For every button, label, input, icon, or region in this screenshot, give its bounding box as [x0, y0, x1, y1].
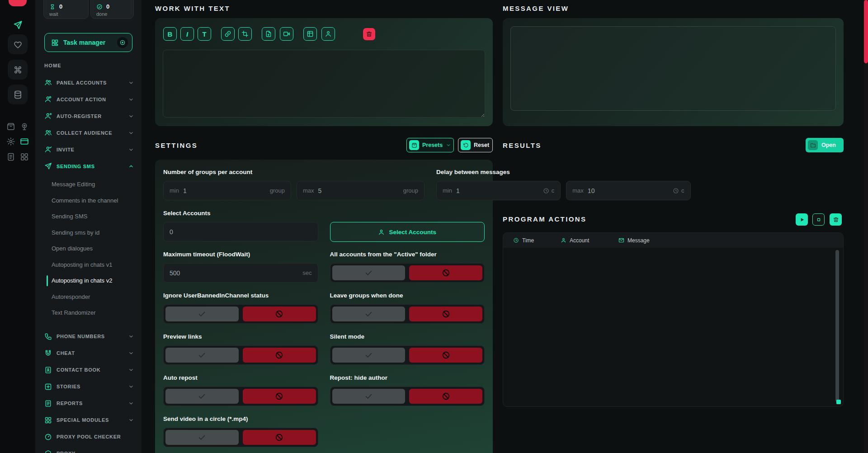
clear-text-button[interactable] — [363, 28, 375, 40]
select-accounts-button[interactable]: Select Accounts — [330, 222, 485, 242]
seconds-suffix: c — [681, 187, 684, 194]
toggle-allow-segment[interactable] — [332, 348, 406, 363]
open-results-button[interactable]: Open — [806, 138, 844, 152]
chevron-down-icon — [128, 383, 134, 390]
start-button[interactable] — [796, 213, 808, 226]
users-icon — [44, 79, 52, 86]
submenu-item-comments-in-channel[interactable]: Comments in the channel — [35, 193, 142, 209]
mention-user-button[interactable] — [321, 27, 335, 41]
italic-button[interactable]: I — [180, 27, 194, 41]
seconds-suffix: c — [552, 187, 555, 194]
toggle-allow-segment[interactable] — [332, 307, 406, 321]
sidebar-item-special-modules[interactable]: SPECIAL MODULES — [35, 412, 142, 429]
task-manager-label: Task manager — [63, 39, 113, 46]
toggle-allow-segment[interactable] — [332, 389, 406, 404]
target-icon — [117, 37, 128, 48]
submenu-item-sending-sms-by-id[interactable]: Sending sms by id — [35, 225, 142, 241]
collection-icon[interactable] — [20, 152, 29, 161]
archive-icon[interactable] — [6, 122, 15, 131]
timeout-input[interactable] — [170, 269, 298, 277]
delay-min-input[interactable] — [456, 187, 539, 194]
sidebar: 0 wait 0 done Task manager HOME PANEL AC… — [35, 0, 142, 453]
submenu-item-autoposting-v1[interactable]: Autoposting in chats v1 — [35, 257, 142, 273]
toggle-block-segment[interactable] — [243, 389, 316, 404]
trash-icon — [366, 31, 373, 38]
database-rail-button[interactable] — [8, 85, 28, 104]
link-button[interactable] — [221, 27, 235, 41]
attach-file-button[interactable] — [262, 27, 275, 41]
favorites-rail-button[interactable] — [8, 34, 28, 54]
crop-button[interactable] — [238, 27, 252, 41]
sidebar-item-invite[interactable]: INVITE — [35, 141, 142, 158]
submenu-item-autoposting-v2[interactable]: Autoposting in chats v2 — [35, 273, 142, 289]
sidebar-item-proxy[interactable]: PROXY — [35, 445, 142, 453]
italic-label: I — [186, 30, 188, 38]
work-with-text-title: WORK WITH TEXT — [155, 5, 230, 12]
task-manager-button[interactable]: Task manager — [44, 33, 132, 52]
clear-log-button[interactable] — [830, 213, 842, 226]
notes-icon[interactable] — [6, 152, 15, 161]
bold-button[interactable]: B — [163, 27, 177, 41]
sidebar-item-panel-accounts[interactable]: PANEL ACCOUNTS — [35, 74, 142, 91]
sidebar-item-contact-book[interactable]: CONTACT BOOK — [35, 362, 142, 378]
page-scrollbar-thumb[interactable] — [864, 0, 868, 63]
toggle-block-segment[interactable] — [243, 307, 316, 321]
accounts-count-field — [163, 222, 318, 241]
sidebar-item-account-action[interactable]: ACCOUNT ACTION — [35, 91, 142, 108]
submenu-item-sending-sms[interactable]: Sending SMS — [35, 208, 142, 225]
toggle-block-segment[interactable] — [243, 430, 316, 445]
toggle-block-segment[interactable] — [409, 348, 482, 363]
sidebar-item-sending-sms[interactable]: SENDING SMS — [35, 158, 142, 175]
message-text-area[interactable] — [163, 50, 485, 118]
commands-rail-button[interactable] — [8, 60, 28, 80]
sidebar-item-proxy-pool-checker[interactable]: PROXY POOL CHECKER — [35, 429, 142, 445]
card-icon[interactable] — [20, 137, 29, 146]
toggle-allow-segment[interactable] — [332, 265, 406, 280]
sidebar-item-reports[interactable]: REPORTS — [35, 395, 142, 412]
toggle-allow-segment[interactable] — [165, 430, 239, 445]
sidebar-item-phone-numbers[interactable]: PHONE NUMBERS — [35, 328, 142, 345]
submenu-item-open-dialogues[interactable]: Open dialogues — [35, 241, 142, 257]
reset-button[interactable]: Reset — [458, 138, 493, 152]
attach-video-button[interactable] — [280, 27, 293, 41]
gear-icon[interactable] — [6, 137, 15, 146]
toggle-allow-segment[interactable] — [165, 348, 239, 363]
toggle-allow-segment[interactable] — [165, 307, 239, 321]
submenu-item-autoresponder[interactable]: Autoresponder — [35, 289, 142, 305]
delay-field: Delay between messages min c max c — [436, 169, 691, 200]
toggle-block-segment[interactable] — [409, 307, 482, 321]
folder-icon — [808, 140, 818, 150]
stat-wait-value: 0 — [59, 3, 62, 10]
sidebar-item-cheat[interactable]: CHEAT — [35, 345, 142, 362]
submenu-item-message-editing[interactable]: Message Editing — [35, 176, 142, 193]
block-icon — [442, 310, 450, 318]
sidebar-item-label: CONTACT BOOK — [57, 367, 123, 373]
send-rail-button[interactable] — [8, 15, 28, 35]
table-scrollbar[interactable] — [835, 250, 839, 402]
accounts-count-input[interactable] — [170, 228, 312, 236]
sidebar-item-stories[interactable]: STORIES — [35, 378, 142, 395]
stop-button[interactable] — [812, 213, 825, 226]
notification-badge[interactable] — [9, 0, 27, 6]
toggle-block-segment[interactable] — [409, 265, 482, 280]
submenu-item-text-randomizer[interactable]: Text Randomizer — [35, 305, 142, 321]
presets-button[interactable]: Presets — [406, 138, 454, 152]
toggle-block-segment[interactable] — [409, 389, 482, 404]
stat-wait-label: wait — [49, 11, 83, 17]
sidebar-item-auto-register[interactable]: AUTO-REGISTER — [35, 108, 142, 124]
webcam-icon[interactable] — [20, 122, 29, 131]
column-account-label: Account — [570, 237, 589, 244]
insert-table-button[interactable] — [303, 27, 317, 41]
page-scrollbar-track[interactable] — [864, 0, 868, 453]
toggle-allow-segment[interactable] — [165, 389, 239, 404]
groups-max-input[interactable] — [318, 187, 399, 194]
toggle-block-segment[interactable] — [243, 348, 316, 363]
text-style-button[interactable]: T — [198, 27, 211, 41]
sidebar-item-label: SPECIAL MODULES — [57, 417, 123, 423]
sidebar-item-collect-audience[interactable]: COLLECT AUDIENCE — [35, 124, 142, 141]
delay-max-input[interactable] — [588, 187, 669, 194]
table-resize-handle[interactable] — [836, 400, 841, 404]
clock-icon — [543, 188, 549, 194]
groups-min-input[interactable] — [183, 187, 266, 194]
column-time: Time — [513, 237, 561, 244]
